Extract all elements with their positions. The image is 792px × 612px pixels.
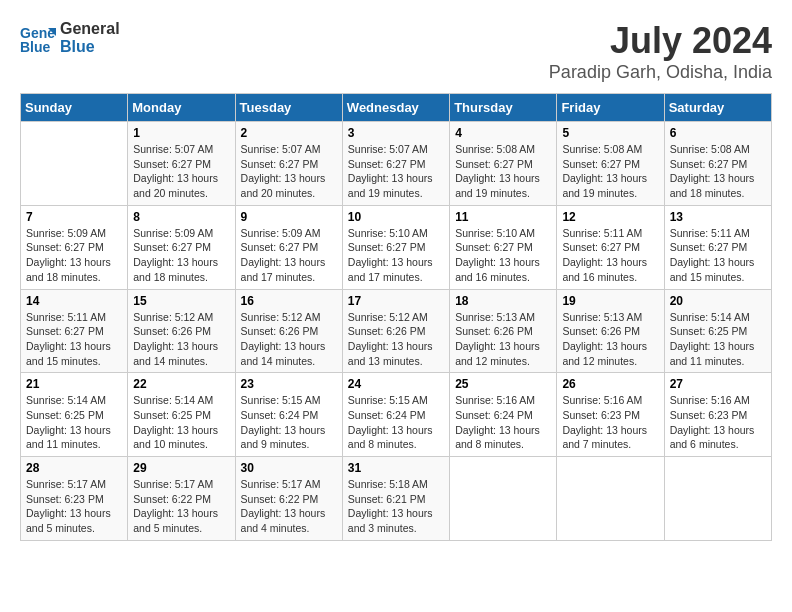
day-info: Sunrise: 5:15 AM Sunset: 6:24 PM Dayligh… [241, 393, 337, 452]
day-info: Sunrise: 5:07 AM Sunset: 6:27 PM Dayligh… [241, 142, 337, 201]
header-friday: Friday [557, 94, 664, 122]
week-row-2: 7Sunrise: 5:09 AM Sunset: 6:27 PM Daylig… [21, 205, 772, 289]
page-title: July 2024 [549, 20, 772, 62]
day-info: Sunrise: 5:13 AM Sunset: 6:26 PM Dayligh… [455, 310, 551, 369]
page-header: General Blue General Blue July 2024 Para… [20, 20, 772, 83]
day-number: 7 [26, 210, 122, 224]
title-block: July 2024 Paradip Garh, Odisha, India [549, 20, 772, 83]
calendar-cell: 21Sunrise: 5:14 AM Sunset: 6:25 PM Dayli… [21, 373, 128, 457]
calendar-cell [557, 457, 664, 541]
calendar-cell: 12Sunrise: 5:11 AM Sunset: 6:27 PM Dayli… [557, 205, 664, 289]
day-info: Sunrise: 5:17 AM Sunset: 6:22 PM Dayligh… [133, 477, 229, 536]
calendar-cell: 3Sunrise: 5:07 AM Sunset: 6:27 PM Daylig… [342, 122, 449, 206]
day-info: Sunrise: 5:10 AM Sunset: 6:27 PM Dayligh… [348, 226, 444, 285]
calendar-cell: 8Sunrise: 5:09 AM Sunset: 6:27 PM Daylig… [128, 205, 235, 289]
day-number: 1 [133, 126, 229, 140]
day-info: Sunrise: 5:07 AM Sunset: 6:27 PM Dayligh… [348, 142, 444, 201]
logo: General Blue General Blue [20, 20, 120, 56]
day-number: 2 [241, 126, 337, 140]
header-thursday: Thursday [450, 94, 557, 122]
day-number: 31 [348, 461, 444, 475]
calendar-cell: 15Sunrise: 5:12 AM Sunset: 6:26 PM Dayli… [128, 289, 235, 373]
page-subtitle: Paradip Garh, Odisha, India [549, 62, 772, 83]
header-sunday: Sunday [21, 94, 128, 122]
svg-text:Blue: Blue [20, 39, 51, 55]
calendar-cell: 19Sunrise: 5:13 AM Sunset: 6:26 PM Dayli… [557, 289, 664, 373]
calendar-cell: 23Sunrise: 5:15 AM Sunset: 6:24 PM Dayli… [235, 373, 342, 457]
day-info: Sunrise: 5:10 AM Sunset: 6:27 PM Dayligh… [455, 226, 551, 285]
calendar-cell [664, 457, 771, 541]
day-number: 23 [241, 377, 337, 391]
day-info: Sunrise: 5:08 AM Sunset: 6:27 PM Dayligh… [455, 142, 551, 201]
calendar-header-row: SundayMondayTuesdayWednesdayThursdayFrid… [21, 94, 772, 122]
day-info: Sunrise: 5:16 AM Sunset: 6:24 PM Dayligh… [455, 393, 551, 452]
calendar-cell: 10Sunrise: 5:10 AM Sunset: 6:27 PM Dayli… [342, 205, 449, 289]
calendar-cell [450, 457, 557, 541]
day-number: 4 [455, 126, 551, 140]
day-info: Sunrise: 5:12 AM Sunset: 6:26 PM Dayligh… [241, 310, 337, 369]
day-info: Sunrise: 5:09 AM Sunset: 6:27 PM Dayligh… [133, 226, 229, 285]
day-info: Sunrise: 5:08 AM Sunset: 6:27 PM Dayligh… [562, 142, 658, 201]
calendar-cell [21, 122, 128, 206]
header-saturday: Saturday [664, 94, 771, 122]
day-info: Sunrise: 5:14 AM Sunset: 6:25 PM Dayligh… [26, 393, 122, 452]
day-number: 10 [348, 210, 444, 224]
calendar-cell: 24Sunrise: 5:15 AM Sunset: 6:24 PM Dayli… [342, 373, 449, 457]
header-tuesday: Tuesday [235, 94, 342, 122]
day-info: Sunrise: 5:14 AM Sunset: 6:25 PM Dayligh… [133, 393, 229, 452]
week-row-5: 28Sunrise: 5:17 AM Sunset: 6:23 PM Dayli… [21, 457, 772, 541]
day-number: 24 [348, 377, 444, 391]
calendar-cell: 27Sunrise: 5:16 AM Sunset: 6:23 PM Dayli… [664, 373, 771, 457]
day-info: Sunrise: 5:09 AM Sunset: 6:27 PM Dayligh… [241, 226, 337, 285]
day-info: Sunrise: 5:17 AM Sunset: 6:23 PM Dayligh… [26, 477, 122, 536]
calendar-cell: 13Sunrise: 5:11 AM Sunset: 6:27 PM Dayli… [664, 205, 771, 289]
header-wednesday: Wednesday [342, 94, 449, 122]
calendar-cell: 29Sunrise: 5:17 AM Sunset: 6:22 PM Dayli… [128, 457, 235, 541]
calendar-cell: 18Sunrise: 5:13 AM Sunset: 6:26 PM Dayli… [450, 289, 557, 373]
day-number: 25 [455, 377, 551, 391]
day-number: 27 [670, 377, 766, 391]
calendar-cell: 6Sunrise: 5:08 AM Sunset: 6:27 PM Daylig… [664, 122, 771, 206]
calendar-cell: 11Sunrise: 5:10 AM Sunset: 6:27 PM Dayli… [450, 205, 557, 289]
calendar-cell: 7Sunrise: 5:09 AM Sunset: 6:27 PM Daylig… [21, 205, 128, 289]
calendar-cell: 14Sunrise: 5:11 AM Sunset: 6:27 PM Dayli… [21, 289, 128, 373]
day-info: Sunrise: 5:16 AM Sunset: 6:23 PM Dayligh… [670, 393, 766, 452]
day-number: 12 [562, 210, 658, 224]
week-row-1: 1Sunrise: 5:07 AM Sunset: 6:27 PM Daylig… [21, 122, 772, 206]
day-info: Sunrise: 5:08 AM Sunset: 6:27 PM Dayligh… [670, 142, 766, 201]
day-number: 5 [562, 126, 658, 140]
calendar-cell: 16Sunrise: 5:12 AM Sunset: 6:26 PM Dayli… [235, 289, 342, 373]
calendar-cell: 4Sunrise: 5:08 AM Sunset: 6:27 PM Daylig… [450, 122, 557, 206]
calendar-table: SundayMondayTuesdayWednesdayThursdayFrid… [20, 93, 772, 541]
calendar-cell: 5Sunrise: 5:08 AM Sunset: 6:27 PM Daylig… [557, 122, 664, 206]
day-number: 26 [562, 377, 658, 391]
day-number: 15 [133, 294, 229, 308]
day-info: Sunrise: 5:09 AM Sunset: 6:27 PM Dayligh… [26, 226, 122, 285]
calendar-cell: 1Sunrise: 5:07 AM Sunset: 6:27 PM Daylig… [128, 122, 235, 206]
calendar-cell: 22Sunrise: 5:14 AM Sunset: 6:25 PM Dayli… [128, 373, 235, 457]
header-monday: Monday [128, 94, 235, 122]
day-info: Sunrise: 5:12 AM Sunset: 6:26 PM Dayligh… [348, 310, 444, 369]
day-number: 20 [670, 294, 766, 308]
day-info: Sunrise: 5:11 AM Sunset: 6:27 PM Dayligh… [26, 310, 122, 369]
calendar-cell: 9Sunrise: 5:09 AM Sunset: 6:27 PM Daylig… [235, 205, 342, 289]
calendar-cell: 17Sunrise: 5:12 AM Sunset: 6:26 PM Dayli… [342, 289, 449, 373]
day-number: 13 [670, 210, 766, 224]
calendar-cell: 31Sunrise: 5:18 AM Sunset: 6:21 PM Dayli… [342, 457, 449, 541]
day-info: Sunrise: 5:14 AM Sunset: 6:25 PM Dayligh… [670, 310, 766, 369]
day-info: Sunrise: 5:15 AM Sunset: 6:24 PM Dayligh… [348, 393, 444, 452]
week-row-3: 14Sunrise: 5:11 AM Sunset: 6:27 PM Dayli… [21, 289, 772, 373]
day-number: 16 [241, 294, 337, 308]
week-row-4: 21Sunrise: 5:14 AM Sunset: 6:25 PM Dayli… [21, 373, 772, 457]
day-info: Sunrise: 5:07 AM Sunset: 6:27 PM Dayligh… [133, 142, 229, 201]
day-info: Sunrise: 5:11 AM Sunset: 6:27 PM Dayligh… [562, 226, 658, 285]
logo-text-line2: Blue [60, 38, 120, 56]
day-number: 28 [26, 461, 122, 475]
day-number: 14 [26, 294, 122, 308]
day-number: 6 [670, 126, 766, 140]
logo-icon: General Blue [20, 20, 56, 56]
logo-text-line1: General [60, 20, 120, 38]
day-number: 9 [241, 210, 337, 224]
day-number: 18 [455, 294, 551, 308]
calendar-cell: 2Sunrise: 5:07 AM Sunset: 6:27 PM Daylig… [235, 122, 342, 206]
